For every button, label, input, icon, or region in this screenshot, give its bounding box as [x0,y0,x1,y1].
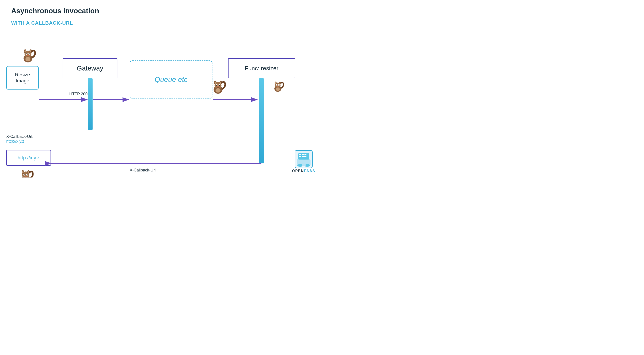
x-callback-ref-link[interactable]: http://x.y.z [6,139,24,144]
x-callback-ref-label: X-Callback-Url: [6,134,33,139]
callback-url-label: http://x.y.z [18,155,40,161]
svg-point-32 [275,82,276,84]
svg-point-39 [279,85,279,85]
gateway-vertical-bar [88,78,92,130]
openfaas-logo-text: OPENFAAS [292,169,315,173]
svg-point-50 [24,174,25,175]
svg-point-36 [276,85,277,86]
svg-point-8 [26,53,27,54]
svg-point-53 [27,174,28,175]
openfaas-logo-icon [295,150,312,168]
http-label: HTTP 200 [69,92,88,97]
svg-point-26 [217,86,219,87]
func-resizer-box: Func: resizer [228,58,295,78]
svg-point-41 [276,88,280,91]
resize-image-label: ResizeImage [15,72,30,84]
resize-image-box: ResizeImage [6,66,39,90]
squirrel-mid-right-2 [272,81,284,93]
subtitle: WITH A CALLBACK-URL [11,20,73,26]
gateway-label: Gateway [77,65,103,72]
svg-point-25 [220,85,220,85]
svg-point-13 [26,57,30,61]
queue-label: Queue etc [154,76,188,84]
svg-point-12 [27,55,29,56]
svg-point-4 [24,50,26,53]
x-callback-bottom-text: X-Callback-Url [130,168,156,172]
func-resizer-label: Func: resizer [245,65,278,72]
svg-point-24 [217,85,217,85]
svg-rect-67 [299,156,301,157]
func-vertical-bar [259,78,264,163]
diagram: ResizeImage Gateway Queue etc Func: resi… [0,31,322,177]
openfaas-logo: OPENFAAS [292,150,315,173]
squirrel-top-left [20,48,36,64]
svg-rect-65 [302,154,304,155]
svg-rect-64 [299,154,301,155]
svg-point-54 [25,176,26,177]
svg-point-37 [278,85,280,86]
svg-point-10 [26,54,27,54]
svg-point-11 [30,54,30,54]
svg-rect-66 [304,154,306,155]
svg-point-18 [215,82,216,84]
svg-point-52 [24,174,25,175]
svg-point-27 [216,88,220,93]
svg-point-23 [219,85,220,86]
svg-point-51 [27,174,28,175]
page-title: Asynchronous invocation [11,7,99,15]
queue-box: Queue etc [130,61,212,99]
callback-url-box: http://x.y.z [6,150,51,166]
squirrel-bottom-left [18,169,34,178]
svg-point-46 [22,171,24,173]
squirrel-mid-right-1 [210,80,226,95]
x-callback-bottom-label: X-Callback-Url [130,168,156,173]
gateway-box: Gateway [62,58,118,78]
svg-point-22 [216,85,217,86]
svg-point-40 [277,86,278,87]
svg-point-9 [29,53,30,54]
svg-point-38 [277,85,277,85]
x-callback-url-label-top: X-Callback-Url: http://x.y.z [6,134,33,144]
svg-rect-68 [302,156,306,157]
svg-rect-71 [302,163,306,166]
